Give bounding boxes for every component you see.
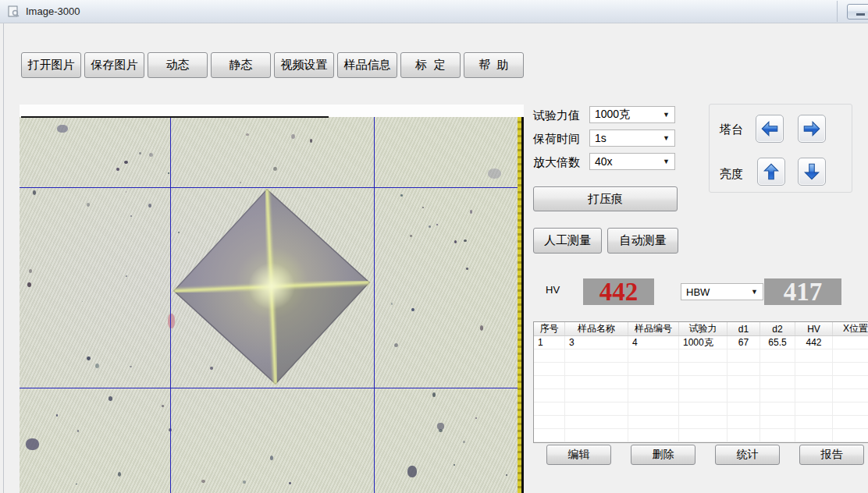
test-force-select[interactable]: 1000克 ▼ [589, 106, 675, 123]
table-cell [565, 416, 628, 428]
image-top-margin [20, 105, 524, 117]
toolbar-button-dynamic[interactable]: 动态 [148, 52, 208, 78]
toolbar-button-calibrate[interactable]: 标 定 [400, 52, 461, 78]
table-cell [760, 429, 795, 442]
report-button[interactable]: 报告 [799, 445, 864, 465]
arrow-down-icon [802, 161, 822, 182]
auto-measure-button[interactable]: 自动测量 [607, 228, 678, 254]
crosshair-horizontal-line-2 [20, 388, 524, 388]
hardness-scale-select[interactable]: HBW ▼ [681, 283, 763, 300]
column-header: d1 [727, 322, 760, 335]
table-row-empty [534, 376, 868, 389]
column-header: 样品名称 [565, 322, 628, 335]
edge-stripe-black [521, 116, 524, 493]
table-cell [795, 376, 833, 388]
toolbar-button-video-settings[interactable]: 视频设置 [274, 52, 334, 78]
manual-measure-button[interactable]: 人工测量 [533, 228, 602, 254]
toolbar-button-sample-info[interactable]: 样品信息 [337, 52, 397, 78]
table-cell [534, 363, 565, 375]
brightness-down-button[interactable] [798, 158, 826, 186]
test-force-value: 1000克 [595, 108, 630, 122]
table-cell [565, 389, 628, 402]
magnification-value: 40x [595, 155, 613, 168]
table-cell [833, 363, 868, 375]
table-cell [760, 376, 795, 388]
titlebar-separator [837, 1, 838, 22]
title-bar: Image-3000 [0, 0, 868, 23]
table-cell [833, 376, 868, 388]
table-row-empty [534, 416, 868, 429]
table-cell [727, 389, 760, 402]
table-cell [534, 349, 565, 362]
hv-result-value: 442 [599, 278, 639, 307]
brightness-up-button[interactable] [757, 158, 785, 186]
table-row-empty [534, 363, 868, 376]
toolbar-button-save-image[interactable]: 保存图片 [84, 52, 144, 78]
dwell-time-label: 保荷时间 [533, 132, 580, 147]
crosshair-vertical-line-1 [170, 105, 171, 493]
make-indent-button[interactable]: 打压痕 [533, 186, 678, 211]
table-cell [565, 376, 628, 388]
toolbar-button-help[interactable]: 帮 助 [464, 52, 524, 78]
table-cell [833, 349, 868, 362]
column-header: 试验力 [679, 322, 727, 335]
table-cell: 65.5 [760, 336, 795, 349]
table-cell [833, 429, 868, 442]
turret-right-button[interactable] [798, 115, 826, 143]
table-cell [795, 416, 833, 428]
table-row-empty [534, 403, 868, 416]
table-cell [760, 389, 795, 402]
table-cell [760, 349, 795, 362]
table-cell [534, 416, 565, 428]
test-force-label: 试验力值 [533, 108, 580, 123]
table-cell [628, 376, 679, 388]
table-cell [727, 363, 760, 375]
table-cell [833, 416, 868, 428]
table-cell [679, 363, 727, 375]
indentation-mark [20, 105, 524, 493]
edit-button[interactable]: 编辑 [546, 445, 611, 465]
turret-left-button[interactable] [756, 115, 784, 143]
table-cell [534, 429, 565, 442]
minimize-icon [856, 13, 865, 16]
toolbar-button-static[interactable]: 静态 [211, 52, 271, 78]
table-cell [679, 429, 727, 442]
table-cell: 4 [628, 336, 679, 349]
magnification-select[interactable]: 40x ▼ [589, 153, 675, 170]
table-cell [534, 376, 565, 388]
table-cell [727, 403, 760, 415]
table-cell [565, 349, 628, 362]
table-cell [679, 349, 727, 362]
converted-result-box: 417 [764, 278, 841, 305]
table-cell [760, 363, 795, 375]
table-row-empty [534, 389, 868, 403]
stats-button[interactable]: 统计 [715, 445, 780, 465]
table-cell [795, 389, 833, 402]
minimize-button[interactable] [847, 4, 868, 20]
table-cell: 1000克 [679, 336, 727, 349]
delete-button[interactable]: 删除 [631, 445, 695, 465]
table-cell [628, 389, 679, 402]
window-title: Image-3000 [26, 5, 80, 17]
table-cell [795, 363, 833, 375]
table-header-row: 序号 样品名称 样品编号 试验力 d1 d2 HV X位置 [534, 322, 868, 336]
table-cell [628, 429, 679, 442]
table-cell [565, 403, 628, 415]
crosshair-horizontal-line-1 [20, 187, 524, 188]
table-cell [727, 349, 760, 362]
dwell-time-select[interactable]: 1s ▼ [589, 129, 675, 147]
table-row[interactable]: 1 3 4 1000克 67 65.5 442 [534, 336, 868, 349]
results-table[interactable]: 序号 样品名称 样品编号 试验力 d1 d2 HV X位置 1 3 4 1000… [533, 321, 868, 443]
table-cell [833, 389, 868, 402]
table-cell [565, 429, 628, 442]
table-cell: 442 [795, 336, 833, 349]
table-cell: 3 [565, 336, 628, 349]
brightness-label: 亮度 [720, 167, 743, 182]
camera-view[interactable] [20, 105, 524, 493]
table-cell [628, 363, 679, 375]
app-icon [8, 5, 20, 17]
table-cell [628, 349, 679, 362]
magnification-label: 放大倍数 [533, 155, 580, 170]
toolbar-button-open-image[interactable]: 打开图片 [21, 52, 81, 78]
column-header: 样品编号 [628, 322, 679, 335]
